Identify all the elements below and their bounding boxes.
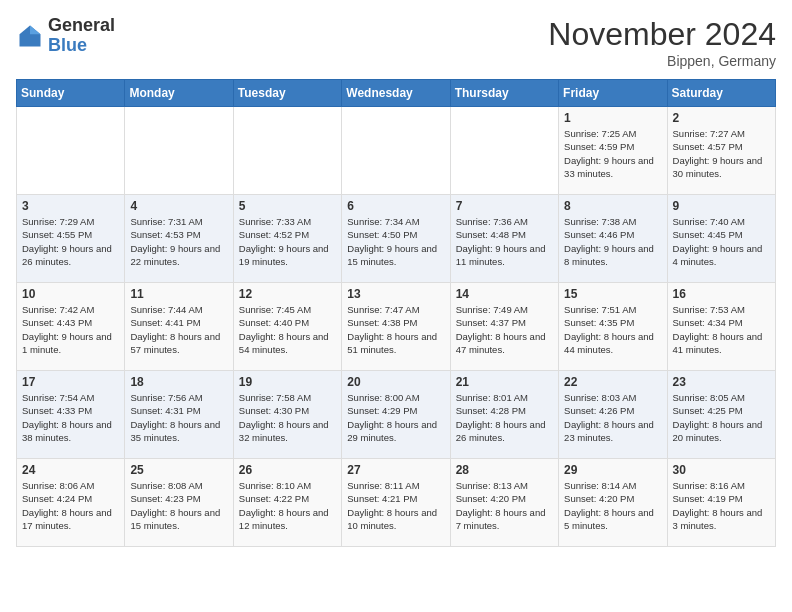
calendar-cell: 30Sunrise: 8:16 AM Sunset: 4:19 PM Dayli… [667,459,775,547]
day-number: 26 [239,463,336,477]
calendar-cell: 23Sunrise: 8:05 AM Sunset: 4:25 PM Dayli… [667,371,775,459]
calendar-week-row: 1Sunrise: 7:25 AM Sunset: 4:59 PM Daylig… [17,107,776,195]
page-header: General Blue November 2024 Bippen, Germa… [16,16,776,69]
day-number: 24 [22,463,119,477]
title-area: November 2024 Bippen, Germany [548,16,776,69]
calendar-cell: 26Sunrise: 8:10 AM Sunset: 4:22 PM Dayli… [233,459,341,547]
day-number: 5 [239,199,336,213]
calendar-cell: 28Sunrise: 8:13 AM Sunset: 4:20 PM Dayli… [450,459,558,547]
calendar-cell: 27Sunrise: 8:11 AM Sunset: 4:21 PM Dayli… [342,459,450,547]
calendar-cell: 21Sunrise: 8:01 AM Sunset: 4:28 PM Dayli… [450,371,558,459]
day-of-week-header: Wednesday [342,80,450,107]
day-number: 3 [22,199,119,213]
calendar-cell: 2Sunrise: 7:27 AM Sunset: 4:57 PM Daylig… [667,107,775,195]
day-info: Sunrise: 7:53 AM Sunset: 4:34 PM Dayligh… [673,303,770,356]
day-info: Sunrise: 7:38 AM Sunset: 4:46 PM Dayligh… [564,215,661,268]
day-number: 12 [239,287,336,301]
calendar-cell: 5Sunrise: 7:33 AM Sunset: 4:52 PM Daylig… [233,195,341,283]
calendar-cell [233,107,341,195]
day-number: 23 [673,375,770,389]
calendar-cell: 24Sunrise: 8:06 AM Sunset: 4:24 PM Dayli… [17,459,125,547]
day-of-week-header: Sunday [17,80,125,107]
day-number: 9 [673,199,770,213]
calendar-cell: 3Sunrise: 7:29 AM Sunset: 4:55 PM Daylig… [17,195,125,283]
day-number: 18 [130,375,227,389]
day-info: Sunrise: 7:44 AM Sunset: 4:41 PM Dayligh… [130,303,227,356]
calendar-header-row: SundayMondayTuesdayWednesdayThursdayFrid… [17,80,776,107]
day-number: 27 [347,463,444,477]
day-number: 29 [564,463,661,477]
day-number: 6 [347,199,444,213]
calendar-week-row: 17Sunrise: 7:54 AM Sunset: 4:33 PM Dayli… [17,371,776,459]
day-info: Sunrise: 8:00 AM Sunset: 4:29 PM Dayligh… [347,391,444,444]
day-number: 15 [564,287,661,301]
day-number: 14 [456,287,553,301]
calendar-cell: 1Sunrise: 7:25 AM Sunset: 4:59 PM Daylig… [559,107,667,195]
calendar-cell: 6Sunrise: 7:34 AM Sunset: 4:50 PM Daylig… [342,195,450,283]
day-info: Sunrise: 7:51 AM Sunset: 4:35 PM Dayligh… [564,303,661,356]
logo-text-blue: Blue [48,36,115,56]
day-info: Sunrise: 7:47 AM Sunset: 4:38 PM Dayligh… [347,303,444,356]
day-number: 17 [22,375,119,389]
day-info: Sunrise: 8:08 AM Sunset: 4:23 PM Dayligh… [130,479,227,532]
calendar-cell [125,107,233,195]
calendar-cell: 29Sunrise: 8:14 AM Sunset: 4:20 PM Dayli… [559,459,667,547]
calendar-cell: 12Sunrise: 7:45 AM Sunset: 4:40 PM Dayli… [233,283,341,371]
location-title: Bippen, Germany [548,53,776,69]
day-info: Sunrise: 7:54 AM Sunset: 4:33 PM Dayligh… [22,391,119,444]
day-info: Sunrise: 7:49 AM Sunset: 4:37 PM Dayligh… [456,303,553,356]
day-number: 30 [673,463,770,477]
day-info: Sunrise: 7:31 AM Sunset: 4:53 PM Dayligh… [130,215,227,268]
calendar-cell: 13Sunrise: 7:47 AM Sunset: 4:38 PM Dayli… [342,283,450,371]
calendar-cell [450,107,558,195]
day-number: 16 [673,287,770,301]
svg-marker-1 [30,25,41,34]
day-info: Sunrise: 7:36 AM Sunset: 4:48 PM Dayligh… [456,215,553,268]
day-info: Sunrise: 7:29 AM Sunset: 4:55 PM Dayligh… [22,215,119,268]
day-number: 2 [673,111,770,125]
day-info: Sunrise: 8:01 AM Sunset: 4:28 PM Dayligh… [456,391,553,444]
day-info: Sunrise: 8:10 AM Sunset: 4:22 PM Dayligh… [239,479,336,532]
day-of-week-header: Thursday [450,80,558,107]
calendar-cell: 17Sunrise: 7:54 AM Sunset: 4:33 PM Dayli… [17,371,125,459]
calendar-cell: 20Sunrise: 8:00 AM Sunset: 4:29 PM Dayli… [342,371,450,459]
day-of-week-header: Tuesday [233,80,341,107]
day-number: 10 [22,287,119,301]
calendar-cell: 8Sunrise: 7:38 AM Sunset: 4:46 PM Daylig… [559,195,667,283]
day-number: 1 [564,111,661,125]
day-number: 4 [130,199,227,213]
calendar-cell: 16Sunrise: 7:53 AM Sunset: 4:34 PM Dayli… [667,283,775,371]
day-info: Sunrise: 7:58 AM Sunset: 4:30 PM Dayligh… [239,391,336,444]
day-info: Sunrise: 7:34 AM Sunset: 4:50 PM Dayligh… [347,215,444,268]
month-title: November 2024 [548,16,776,53]
day-info: Sunrise: 7:40 AM Sunset: 4:45 PM Dayligh… [673,215,770,268]
calendar-cell: 25Sunrise: 8:08 AM Sunset: 4:23 PM Dayli… [125,459,233,547]
calendar-cell: 19Sunrise: 7:58 AM Sunset: 4:30 PM Dayli… [233,371,341,459]
logo-text-general: General [48,16,115,36]
day-info: Sunrise: 7:56 AM Sunset: 4:31 PM Dayligh… [130,391,227,444]
day-number: 22 [564,375,661,389]
calendar-cell: 15Sunrise: 7:51 AM Sunset: 4:35 PM Dayli… [559,283,667,371]
day-of-week-header: Saturday [667,80,775,107]
day-info: Sunrise: 7:45 AM Sunset: 4:40 PM Dayligh… [239,303,336,356]
calendar-cell: 18Sunrise: 7:56 AM Sunset: 4:31 PM Dayli… [125,371,233,459]
calendar-table: SundayMondayTuesdayWednesdayThursdayFrid… [16,79,776,547]
calendar-cell: 4Sunrise: 7:31 AM Sunset: 4:53 PM Daylig… [125,195,233,283]
day-info: Sunrise: 7:42 AM Sunset: 4:43 PM Dayligh… [22,303,119,356]
day-number: 7 [456,199,553,213]
day-number: 20 [347,375,444,389]
logo: General Blue [16,16,115,56]
day-info: Sunrise: 8:13 AM Sunset: 4:20 PM Dayligh… [456,479,553,532]
day-of-week-header: Monday [125,80,233,107]
day-info: Sunrise: 8:03 AM Sunset: 4:26 PM Dayligh… [564,391,661,444]
calendar-cell: 14Sunrise: 7:49 AM Sunset: 4:37 PM Dayli… [450,283,558,371]
day-info: Sunrise: 7:33 AM Sunset: 4:52 PM Dayligh… [239,215,336,268]
calendar-cell [17,107,125,195]
day-number: 21 [456,375,553,389]
day-info: Sunrise: 8:06 AM Sunset: 4:24 PM Dayligh… [22,479,119,532]
day-info: Sunrise: 8:16 AM Sunset: 4:19 PM Dayligh… [673,479,770,532]
day-number: 13 [347,287,444,301]
day-number: 8 [564,199,661,213]
calendar-cell: 7Sunrise: 7:36 AM Sunset: 4:48 PM Daylig… [450,195,558,283]
day-number: 28 [456,463,553,477]
